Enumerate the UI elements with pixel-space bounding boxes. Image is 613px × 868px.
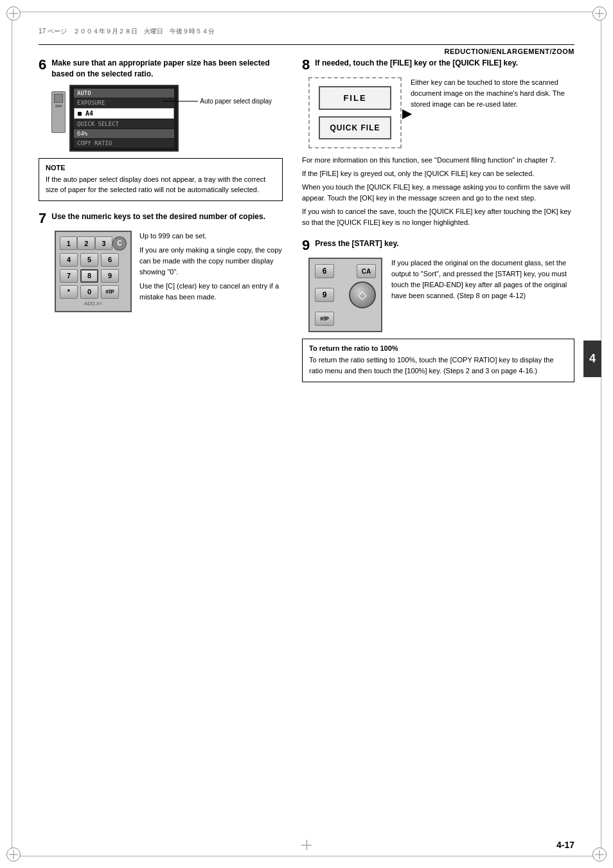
- panel-key-hashp2[interactable]: #/P: [315, 312, 334, 326]
- page-number: 4-17: [556, 840, 574, 850]
- key-9[interactable]: 9: [101, 269, 119, 283]
- step-7: 7 Use the numeric keys to set the desire…: [39, 211, 283, 312]
- step-7-desc-3: Use the [C] (clear) key to cancel an ent…: [139, 281, 283, 303]
- step-7-desc-2: If you are only making a single copy, th…: [139, 245, 283, 278]
- step-6-title: Make sure that an appropriate paper size…: [51, 58, 283, 80]
- step-6-header: 6 Make sure that an appropriate paper si…: [39, 58, 283, 80]
- step-9-desc: If you placed the original on the docume…: [391, 258, 574, 301]
- keypad: 1 2 3 C 4 5 6 7: [55, 231, 132, 312]
- key-7[interactable]: 7: [60, 269, 78, 283]
- step-9-desc-1: If you placed the original on the docume…: [391, 258, 574, 301]
- step-9: 9 Press the [START] key. 6 CA 9: [302, 238, 574, 382]
- keypad-label: ADD,#<: [60, 301, 127, 306]
- file-panel-arrow: ▶: [402, 105, 412, 121]
- panel-key-6[interactable]: 6: [315, 264, 334, 278]
- file-quick-file-panel: FILE QUICK FILE: [308, 77, 402, 148]
- key-0[interactable]: 0: [80, 285, 98, 299]
- start-key-panel: 6 CA 9 ◇ #/P: [308, 258, 382, 332]
- return-text: To return the ratio setting to 100%, tou…: [309, 355, 567, 376]
- key-8[interactable]: 8: [80, 269, 98, 283]
- step-8-title: If needed, touch the [FILE] key or the […: [315, 58, 518, 69]
- corner-tl: [6, 6, 21, 21]
- main-content: 6 Make sure that an appropriate paper si…: [39, 58, 574, 829]
- step-8-desc-2: For more information on this function, s…: [302, 155, 574, 166]
- note-title: NOTE: [46, 164, 276, 172]
- step-9-number: 9: [302, 238, 310, 252]
- key-clear[interactable]: C: [112, 236, 127, 251]
- quick-file-button[interactable]: QUICK FILE: [319, 116, 391, 139]
- step-9-title: Press the [START] key.: [315, 238, 398, 249]
- key-hashp[interactable]: #/P: [101, 285, 119, 299]
- step-8-desc-5: If you wish to cancel the save, touch th…: [302, 206, 574, 228]
- machine-icon: [51, 91, 66, 133]
- page-title: REDUCTION/ENLARGEMENT/ZOOM: [445, 48, 574, 55]
- key-star[interactable]: *: [60, 285, 78, 299]
- corner-tr: [592, 6, 607, 21]
- key-6[interactable]: 6: [101, 253, 119, 267]
- key-5[interactable]: 5: [80, 253, 98, 267]
- step-8-desc: Either key can be touched to store the s…: [411, 77, 574, 110]
- step-8-desc-4: When you touch the [QUICK FILE] key, a m…: [302, 182, 574, 204]
- left-column: 6 Make sure that an appropriate paper si…: [39, 58, 283, 393]
- step-6: 6 Make sure that an appropriate paper si…: [39, 58, 283, 201]
- corner-br: [592, 847, 607, 862]
- return-box: To return the ratio to 100% To return th…: [302, 339, 574, 382]
- step-7-number: 7: [39, 211, 46, 226]
- key-2[interactable]: 2: [77, 236, 94, 250]
- file-button[interactable]: FILE: [319, 86, 391, 110]
- step-7-desc: Up to 999 can be set. If you are only ma…: [139, 231, 283, 303]
- step-8-header: 8 If needed, touch the [FILE] key or the…: [302, 58, 574, 72]
- key-1[interactable]: 1: [60, 236, 77, 250]
- panel-key-9[interactable]: 9: [315, 288, 334, 302]
- right-column: 8 If needed, touch the [FILE] key or the…: [302, 58, 574, 393]
- key-3[interactable]: 3: [95, 236, 112, 250]
- return-title: To return the ratio to 100%: [309, 344, 567, 352]
- header: 17 ページ ２００４年９月２８日 火曜日 午後９時５４分: [39, 18, 574, 45]
- step-7-desc-1: Up to 999 can be set.: [139, 231, 283, 242]
- step-8-desc-1: Either key can be touched to store the s…: [411, 77, 574, 110]
- bottom-crosshair: [301, 840, 312, 850]
- step-8-desc-3: If the [FILE] key is greyed out, only th…: [302, 168, 574, 179]
- section-tab: 4: [583, 341, 601, 377]
- step-8-number: 8: [302, 58, 310, 72]
- step-8: 8 If needed, touch the [FILE] key or the…: [302, 58, 574, 228]
- step-9-header: 9 Press the [START] key.: [302, 238, 574, 252]
- note-box: NOTE If the auto paper select display do…: [39, 158, 283, 201]
- start-circle-button[interactable]: ◇: [349, 281, 376, 308]
- annotation-auto-paper: Auto paper select display: [163, 98, 272, 105]
- corner-bl: [6, 847, 21, 862]
- screen-display: AUTO EXPOSURE ■ A4: [69, 85, 179, 152]
- note-text: If the auto paper select display does no…: [46, 174, 276, 195]
- key-4[interactable]: 4: [60, 253, 78, 267]
- header-filename: 17 ページ ２００４年９月２８日 火曜日 午後９時５４分: [39, 27, 215, 36]
- step-7-header: 7 Use the numeric keys to set the desire…: [39, 211, 283, 226]
- step-8-more-desc: For more information on this function, s…: [302, 155, 574, 228]
- columns: 6 Make sure that an appropriate paper si…: [39, 58, 574, 393]
- panel-key-ca[interactable]: CA: [357, 264, 376, 278]
- step-7-title: Use the numeric keys to set the desired …: [51, 211, 265, 222]
- step-6-number: 6: [39, 58, 46, 72]
